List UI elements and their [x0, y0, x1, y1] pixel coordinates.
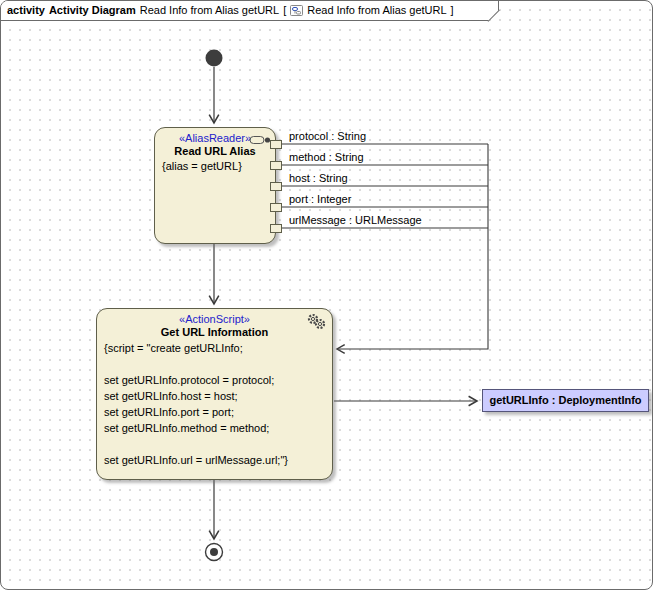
action-name: Get URL Information [97, 326, 332, 338]
script-line: set getURLInfo.port = port; [104, 404, 332, 420]
frame-diagram-kind: Activity Diagram [49, 4, 136, 16]
script-line: set getURLInfo.protocol = protocol; [104, 372, 332, 388]
script-line: set getURLInfo.url = urlMessage.url;"} [104, 452, 332, 468]
frame-diagram-name: Read Info from Alias getURL [140, 4, 279, 16]
pin-host[interactable] [270, 182, 282, 191]
pin-label-method: method : String [289, 150, 364, 164]
script-line: set getURLInfo.method = method; [104, 420, 332, 436]
diagram-icon [290, 4, 303, 17]
frame-name: Read Info from Alias getURL [307, 4, 446, 16]
activity-diagram-frame: activity Activity Diagram Read Info from… [0, 0, 653, 590]
action-constraint: {alias = getURL} [162, 160, 275, 172]
gears-icon [306, 313, 326, 330]
action-name: Read URL Alias [155, 145, 275, 157]
diagram-canvas [1, 1, 653, 590]
frame-open-bracket: [ [283, 4, 286, 16]
pin-urlmessage[interactable] [270, 224, 282, 233]
pin-label-protocol: protocol : String [289, 129, 366, 143]
object-node-geturlinfo[interactable]: getURLInfo : DeploymentInfo [482, 389, 649, 412]
action-script: {script = "create getURLInfo; set getURL… [104, 340, 332, 468]
action-read-url-alias[interactable]: «AliasReader» Read URL Alias {alias = ge… [154, 127, 276, 244]
pin-method[interactable] [270, 161, 282, 170]
activity-final-node-core [210, 548, 218, 556]
action-stereotype: «ActionScript» [97, 313, 332, 325]
frame-keyword: activity [7, 4, 45, 16]
action-get-url-information[interactable]: «ActionScript» Get URL Information {scri… [96, 308, 333, 480]
script-line: {script = "create getURLInfo; [104, 340, 332, 356]
pin-protocol[interactable] [270, 140, 282, 149]
pin-port[interactable] [270, 203, 282, 212]
alias-reader-icon [249, 134, 271, 146]
pin-bundle-into-action[interactable] [337, 144, 488, 349]
pin-label-host: host : String [289, 171, 348, 185]
script-line: set getURLInfo.host = host; [104, 388, 332, 404]
frame-close-bracket: ] [451, 4, 454, 16]
pin-label-urlmessage: urlMessage : URLMessage [289, 213, 422, 227]
initial-node[interactable] [206, 50, 223, 67]
script-line [104, 436, 332, 452]
pin-label-port: port : Integer [289, 192, 351, 206]
script-line [104, 356, 332, 372]
frame-header[interactable]: activity Activity Diagram Read Info from… [1, 1, 499, 21]
